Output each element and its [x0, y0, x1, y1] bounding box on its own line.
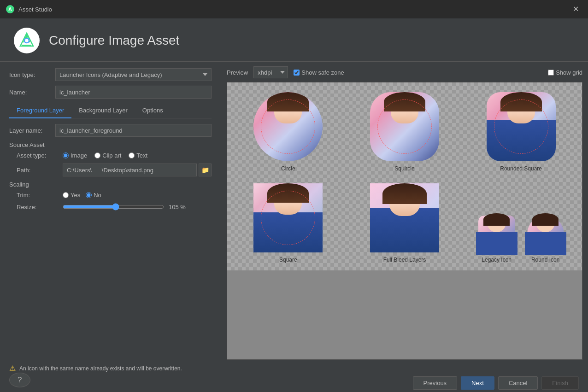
show-grid-checkbox[interactable]: [548, 70, 554, 76]
name-row: Name:: [9, 86, 212, 99]
trim-group: Yes No: [63, 192, 101, 199]
asset-type-group: Image Clip art Text: [63, 152, 147, 159]
preview-cell-square: Square: [231, 177, 346, 267]
layer-name-label: Layer name:: [9, 127, 55, 134]
page-title: Configure Image Asset: [49, 33, 179, 48]
folder-open-icon: 📁: [201, 166, 209, 174]
preview-cell-full: Full Bleed Layers: [347, 177, 462, 267]
header: Configure Image Asset: [0, 18, 588, 61]
preview-grid: Circle: [227, 82, 582, 270]
title-bar: A Asset Studio ✕: [0, 0, 588, 18]
dpi-select[interactable]: ldpi mdpi hdpi xhdpi xxhdpi xxxhdpi: [253, 66, 288, 78]
cell-inner-circle: [233, 90, 344, 164]
main-container: Configure Image Asset Icon type: Launche…: [0, 18, 588, 392]
preview-cell-circle: Circle: [231, 86, 346, 176]
tab-foreground-layer[interactable]: Foreground Layer: [9, 103, 71, 118]
cell-inner-full: [349, 181, 460, 255]
preview-cell-squircle: Squircle: [347, 86, 462, 176]
layer-name-row: Layer name:: [9, 124, 212, 137]
trim-yes[interactable]: Yes: [63, 192, 80, 199]
trim-yes-label: Yes: [71, 192, 80, 199]
icon-type-label: Icon type:: [9, 71, 55, 78]
footer: ⚠ An icon with the same name already exi…: [0, 360, 588, 392]
right-panel: Preview ldpi mdpi hdpi xhdpi xxhdpi xxxh…: [221, 62, 588, 360]
layer-name-control: [55, 124, 212, 137]
preview-label-round: Round Icon: [531, 257, 559, 263]
name-control: [55, 86, 212, 99]
safe-zone-checkbox-label[interactable]: Show safe zone: [294, 69, 344, 76]
path-label: Path:: [17, 167, 63, 174]
radio-clipart[interactable]: Clip art: [94, 152, 121, 159]
left-panel: Icon type: Launcher Icons (Adaptive and …: [0, 62, 221, 360]
radio-text-label: Text: [136, 152, 147, 159]
radio-image[interactable]: Image: [63, 152, 87, 159]
resize-label: Resize:: [17, 204, 63, 211]
resize-row: Resize: 105 %: [9, 203, 212, 211]
layer-name-input[interactable]: [55, 124, 212, 137]
next-button[interactable]: Next: [461, 376, 494, 390]
cancel-button[interactable]: Cancel: [498, 376, 538, 390]
preview-scroll[interactable]: Circle: [227, 82, 582, 360]
resize-slider[interactable]: [63, 203, 164, 211]
source-asset-section: Source Asset Asset type: Image Clip art: [9, 141, 212, 176]
main-body: Icon type: Launcher Icons (Adaptive and …: [0, 62, 588, 360]
name-input[interactable]: [55, 86, 212, 99]
finish-button[interactable]: Finish: [541, 376, 579, 390]
previous-button[interactable]: Previous: [413, 376, 458, 390]
preview-label-square: Square: [279, 257, 297, 263]
preview-label-legacy: Legacy Icon: [482, 257, 512, 263]
preview-label-rounded: Rounded Square: [500, 165, 542, 172]
scaling-section: Scaling Trim: Yes No: [9, 181, 212, 211]
show-grid-label: Show grid: [556, 69, 582, 76]
source-asset-title: Source Asset: [9, 141, 212, 148]
studio-logo: [18, 31, 36, 50]
warning-bar: ⚠ An icon with the same name already exi…: [0, 360, 588, 374]
resize-value: 105 %: [169, 204, 186, 211]
tabs: Foreground Layer Background Layer Option…: [9, 103, 212, 118]
radio-clipart-label: Clip art: [102, 152, 121, 159]
preview-cell-rounded: Rounded Square: [464, 86, 578, 176]
trim-label: Trim:: [17, 192, 63, 199]
safe-zone-label: Show safe zone: [301, 69, 344, 76]
help-button[interactable]: ?: [9, 373, 30, 387]
warning-text: An icon with the same name already exist…: [19, 365, 182, 372]
preview-header: Preview ldpi mdpi hdpi xhdpi xxhdpi xxxh…: [227, 62, 582, 82]
path-row: Path: 📁: [9, 164, 212, 176]
warning-icon: ⚠: [9, 364, 16, 373]
title-bar-left: A Asset Studio: [6, 5, 52, 14]
tab-background-layer[interactable]: Background Layer: [71, 103, 135, 118]
preview-label-full: Full Bleed Layers: [383, 257, 426, 263]
title-bar-title: Asset Studio: [18, 6, 52, 13]
svg-text:A: A: [8, 6, 12, 12]
path-control: 📁: [63, 164, 212, 176]
preview-label-circle: Circle: [281, 165, 295, 172]
close-button[interactable]: ✕: [569, 4, 582, 15]
preview-round-group: Round Icon: [525, 213, 566, 263]
name-label: Name:: [9, 89, 55, 96]
button-bar: ? Previous Next Cancel Finish: [0, 374, 588, 392]
tab-options[interactable]: Options: [135, 103, 171, 118]
path-input[interactable]: [63, 164, 197, 176]
header-logo: [14, 28, 40, 53]
preview-label: Preview: [227, 69, 248, 76]
preview-legacy-group: Legacy Icon: [476, 213, 517, 263]
icon-type-row: Icon type: Launcher Icons (Adaptive and …: [9, 68, 212, 81]
trim-no[interactable]: No: [86, 192, 101, 199]
radio-text[interactable]: Text: [129, 152, 147, 159]
trim-row: Trim: Yes No: [9, 192, 212, 199]
preview-label-squircle: Squircle: [394, 165, 414, 172]
asset-type-label: Asset type:: [17, 152, 63, 159]
icon-type-select[interactable]: Launcher Icons (Adaptive and Legacy) Act…: [55, 68, 212, 81]
cell-inner-rounded: [465, 90, 576, 164]
preview-cell-legacy-round: Legacy Icon Round Icon: [464, 177, 578, 267]
cell-inner-squircle: [349, 90, 460, 164]
asset-type-row: Asset type: Image Clip art Text: [9, 152, 212, 159]
show-grid-checkbox-label[interactable]: Show grid: [548, 69, 582, 76]
trim-no-label: No: [94, 192, 101, 199]
browse-folder-button[interactable]: 📁: [199, 164, 212, 176]
scaling-title: Scaling: [9, 181, 212, 188]
safe-zone-checkbox[interactable]: [294, 70, 300, 76]
radio-image-label: Image: [71, 152, 87, 159]
icon-type-control: Launcher Icons (Adaptive and Legacy) Act…: [55, 68, 212, 81]
cell-inner-square: [233, 181, 344, 255]
